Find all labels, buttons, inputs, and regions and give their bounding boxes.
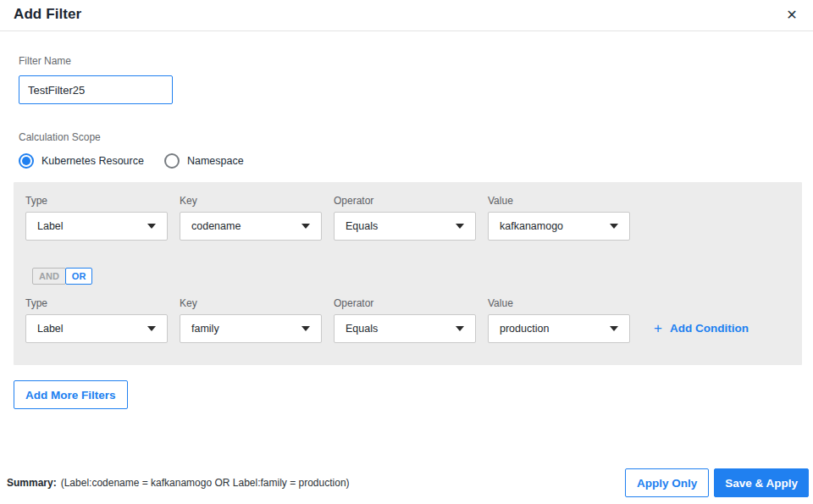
chevron-down-icon	[610, 224, 618, 229]
type-select-value: Label	[37, 220, 64, 232]
calculation-scope-options: Kubernetes Resource Namespace	[19, 153, 802, 169]
type-label: Type	[25, 195, 168, 207]
filter-summary: Summary:(Label:codename = kafkanamogo OR…	[7, 477, 350, 489]
value-select[interactable]: kafkanamogo	[488, 212, 630, 241]
add-more-filters-button[interactable]: Add More Filters	[14, 380, 128, 409]
chevron-down-icon	[147, 326, 156, 331]
operator-field: Operator Equals	[334, 297, 476, 343]
filter-name-label: Filter Name	[19, 55, 802, 67]
key-label: Key	[180, 297, 322, 309]
chevron-down-icon	[456, 326, 464, 331]
radio-kubernetes-resource[interactable]: Kubernetes Resource	[19, 153, 144, 169]
key-select[interactable]: family	[180, 314, 322, 343]
radio-label: Namespace	[187, 155, 244, 167]
filter-name-input[interactable]	[19, 75, 173, 104]
chevron-down-icon	[610, 326, 618, 331]
type-label: Type	[25, 297, 168, 309]
dialog-header: Add Filter ✕	[0, 0, 813, 31]
type-select[interactable]: Label	[25, 314, 168, 343]
value-select-value: production	[500, 323, 549, 335]
chevron-down-icon	[147, 224, 156, 229]
value-select-value: kafkanamogo	[500, 220, 563, 232]
key-field: Key family	[180, 297, 322, 343]
chevron-down-icon	[301, 326, 310, 331]
save-and-apply-button[interactable]: Save & Apply	[714, 468, 809, 497]
condition-row: Type Label Key family Operator	[25, 297, 790, 343]
operator-select-value: Equals	[346, 323, 378, 335]
key-label: Key	[180, 195, 322, 207]
calculation-scope-section: Calculation Scope Kubernetes Resource Na…	[14, 131, 802, 169]
join-operator-toggle: AND OR	[32, 268, 790, 285]
radio-namespace[interactable]: Namespace	[164, 153, 244, 169]
value-field: Value kafkanamogo	[488, 195, 630, 241]
conditions-panel: Type Label Key codename Operator	[14, 182, 802, 365]
footer-actions: Apply Only Save & Apply	[625, 468, 809, 497]
radio-unselected-icon	[164, 153, 180, 169]
operator-select-value: Equals	[346, 220, 378, 232]
value-select[interactable]: production	[488, 314, 630, 343]
condition-row: Type Label Key codename Operator	[25, 195, 790, 241]
key-field: Key codename	[180, 195, 322, 241]
key-select-value: family	[191, 323, 219, 335]
add-condition-button[interactable]: + Add Condition	[654, 321, 749, 335]
type-field: Type Label	[25, 297, 168, 343]
key-select[interactable]: codename	[180, 212, 322, 241]
apply-only-button[interactable]: Apply Only	[625, 468, 709, 497]
operator-label: Operator	[334, 297, 476, 309]
summary-label: Summary:	[7, 477, 57, 489]
key-select-value: codename	[191, 220, 241, 232]
radio-label: Kubernetes Resource	[41, 155, 144, 167]
operator-label: Operator	[334, 195, 476, 207]
dialog-footer: Summary:(Label:codename = kafkanamogo OR…	[7, 468, 809, 497]
dialog-title: Add Filter	[14, 6, 799, 23]
type-select-value: Label	[37, 323, 64, 335]
type-field: Type Label	[25, 195, 168, 241]
operator-select[interactable]: Equals	[334, 314, 476, 343]
value-label: Value	[488, 297, 630, 309]
summary-text: (Label:codename = kafkanamogo OR Label:f…	[61, 477, 350, 489]
operator-select[interactable]: Equals	[334, 212, 476, 241]
radio-selected-icon	[19, 153, 34, 169]
dialog-body: Filter Name Calculation Scope Kubernetes…	[0, 31, 813, 409]
value-label: Value	[488, 195, 630, 207]
plus-icon: +	[654, 321, 662, 335]
add-condition-label: Add Condition	[670, 322, 749, 335]
and-toggle-button[interactable]: AND	[32, 268, 66, 285]
add-filter-dialog: Add Filter ✕ Filter Name Calculation Sco…	[0, 0, 813, 409]
or-toggle-button[interactable]: OR	[65, 268, 93, 285]
value-field: Value production	[488, 297, 630, 343]
calculation-scope-label: Calculation Scope	[19, 131, 802, 143]
close-icon[interactable]: ✕	[783, 5, 801, 24]
chevron-down-icon	[301, 224, 310, 229]
operator-field: Operator Equals	[334, 195, 476, 241]
chevron-down-icon	[456, 224, 464, 229]
type-select[interactable]: Label	[25, 212, 168, 241]
